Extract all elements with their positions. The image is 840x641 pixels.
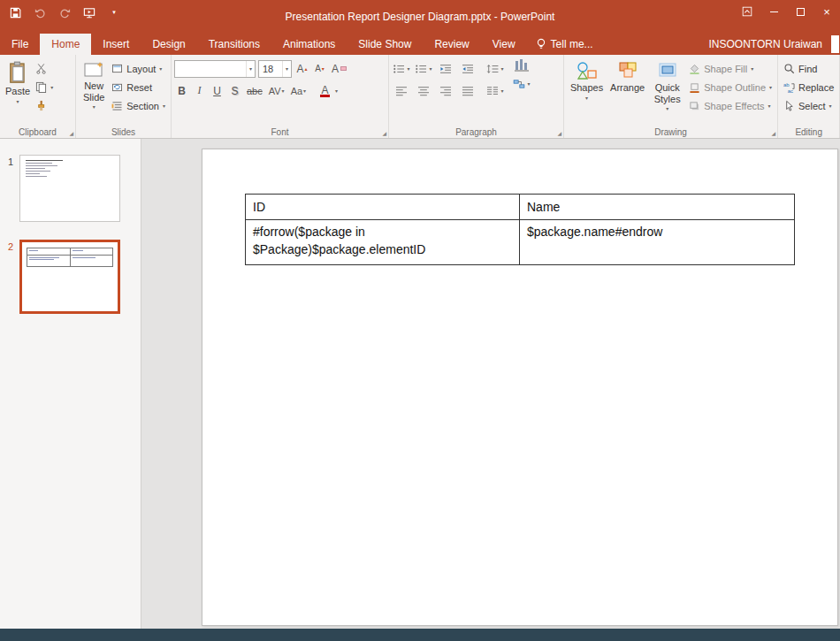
align-right-button[interactable] [436, 81, 455, 100]
table-header-id[interactable]: ID [246, 195, 520, 220]
slide-editing-area[interactable]: ID Name #forrow($package in $Package)$pa… [202, 149, 838, 626]
font-name-combo[interactable]: ▾ [174, 60, 256, 78]
dialog-launcher-icon[interactable]: ◢ [771, 131, 775, 136]
change-case-button[interactable]: Aa▾ [289, 82, 308, 99]
shapes-button[interactable]: Shapes ▾ [567, 57, 607, 124]
select-button[interactable]: Select ▾ [781, 96, 836, 115]
bold-button[interactable]: B [174, 82, 189, 99]
increase-indent-icon [462, 64, 474, 74]
clear-formatting-button[interactable]: A [330, 60, 348, 77]
format-painter-button[interactable] [33, 96, 56, 115]
save-icon[interactable] [7, 4, 23, 20]
redo-icon[interactable] [57, 4, 73, 20]
tab-review[interactable]: Review [423, 34, 480, 55]
paste-icon [8, 61, 27, 84]
layout-label: Layout [126, 64, 156, 74]
align-left-button[interactable] [392, 81, 411, 100]
customize-qat-icon[interactable]: ▾ [106, 4, 122, 20]
tab-view[interactable]: View [481, 34, 527, 55]
group-label-clipboard: Clipboard [0, 127, 75, 137]
share-button[interactable] [831, 35, 839, 53]
ribbon-display-options-icon[interactable] [734, 0, 760, 23]
slide-2-thumbnail-selected[interactable] [19, 240, 120, 314]
line-spacing-button[interactable]: ▾ [485, 59, 505, 78]
thumbnail-mini-table [27, 248, 113, 267]
slide-table[interactable]: ID Name #forrow($package in $Package)$pa… [245, 194, 795, 265]
align-center-button[interactable] [414, 81, 433, 100]
justify-icon [462, 86, 474, 96]
character-spacing-button[interactable]: AV▾ [267, 82, 286, 99]
maximize-icon[interactable] [787, 0, 813, 23]
shape-outline-button[interactable]: Shape Outline ▾ [686, 78, 775, 96]
slide-canvas[interactable]: ID Name #forrow($package in $Package)$pa… [141, 139, 840, 629]
slide-1-thumbnail[interactable] [19, 155, 120, 222]
shape-fill-button[interactable]: Shape Fill ▾ [686, 59, 775, 78]
tell-me-box[interactable]: Tell me... [527, 34, 602, 55]
table-header-name[interactable]: Name [520, 195, 795, 220]
tab-transitions[interactable]: Transitions [197, 34, 271, 55]
dropdown-icon[interactable]: ▾ [282, 61, 291, 77]
slide-thumbnail-panel[interactable]: 1 2 [0, 139, 141, 629]
table-cell-id-template[interactable]: #forrow($package in $Package)$package.el… [246, 220, 520, 265]
dropdown-icon[interactable]: ▾ [246, 61, 255, 77]
decrease-font-size-button[interactable]: A▾ [312, 60, 327, 77]
copy-button[interactable]: ▾ [33, 78, 56, 96]
justify-button[interactable] [458, 81, 477, 100]
layout-button[interactable]: Layout ▾ [109, 59, 168, 78]
text-shadow-button[interactable]: S [227, 82, 242, 99]
increase-indent-button[interactable] [458, 59, 477, 78]
replace-button[interactable]: abac Replace [781, 78, 836, 96]
paste-button[interactable]: Paste ▾ [3, 57, 33, 124]
strikethrough-button[interactable]: abc [245, 82, 264, 99]
tab-slide-show[interactable]: Slide Show [347, 34, 423, 55]
slide-number-selected: 2 [0, 240, 19, 314]
svg-text:ac: ac [788, 88, 793, 93]
slide-thumbnail-row-2[interactable]: 2 [0, 240, 141, 314]
cut-button[interactable] [33, 59, 56, 78]
group-label-font: Font [172, 127, 388, 137]
start-slideshow-icon[interactable] [81, 4, 97, 20]
section-button[interactable]: Section ▾ [109, 96, 168, 115]
dropdown-icon: ▾ [666, 106, 668, 111]
tab-file[interactable]: File [0, 34, 40, 55]
new-slide-button[interactable]: New Slide ▾ [79, 57, 109, 124]
shape-effects-button[interactable]: Shape Effects ▾ [686, 96, 775, 115]
taskbar[interactable] [0, 629, 840, 641]
group-label-drawing: Drawing [564, 127, 777, 137]
tab-animations[interactable]: Animations [271, 34, 347, 55]
italic-button[interactable]: I [192, 82, 207, 99]
underline-button[interactable]: U [210, 82, 225, 99]
slide-thumbnail-row-1[interactable]: 1 [0, 155, 141, 222]
font-color-button[interactable]: A [317, 82, 332, 99]
section-icon [111, 101, 123, 111]
dialog-launcher-icon[interactable]: ◢ [557, 131, 561, 136]
columns-button[interactable]: ▾ [485, 81, 505, 100]
increase-font-size-button[interactable]: A▴ [294, 60, 309, 77]
lightbulb-icon [536, 38, 546, 50]
numbering-button[interactable]: ▾ [414, 59, 433, 78]
find-button[interactable]: Find [781, 59, 836, 78]
dialog-launcher-icon[interactable]: ◢ [69, 131, 73, 136]
minimize-icon[interactable] [760, 0, 787, 23]
arrange-button[interactable]: Arrange [607, 57, 648, 124]
undo-icon[interactable] [32, 4, 48, 20]
group-drawing: Shapes ▾ Arrange Quick Styles ▾ [564, 55, 778, 138]
decrease-indent-button[interactable] [436, 59, 455, 78]
dialog-launcher-icon[interactable]: ◢ [382, 131, 386, 136]
reset-button[interactable]: Reset [109, 78, 168, 96]
font-size-combo[interactable]: 18 ▾ [258, 60, 292, 78]
tab-insert[interactable]: Insert [91, 34, 141, 55]
user-account-name[interactable]: INSOONTORN Uraiwan [709, 38, 822, 50]
text-direction-icon[interactable] [514, 57, 530, 72]
tab-home[interactable]: Home [40, 34, 91, 55]
numbering-icon [415, 64, 427, 74]
quick-styles-button[interactable]: Quick Styles ▾ [648, 57, 686, 124]
table-cell-name-template[interactable]: $package.name#endrow [520, 220, 795, 265]
bullets-button[interactable]: ▾ [392, 59, 411, 78]
shape-outline-icon [689, 82, 700, 93]
convert-to-smartart-button[interactable]: ▾ [512, 74, 531, 93]
find-icon [783, 63, 795, 74]
dropdown-icon[interactable]: ▾ [335, 88, 338, 94]
tab-design[interactable]: Design [141, 34, 196, 55]
close-icon[interactable]: × [813, 0, 840, 23]
